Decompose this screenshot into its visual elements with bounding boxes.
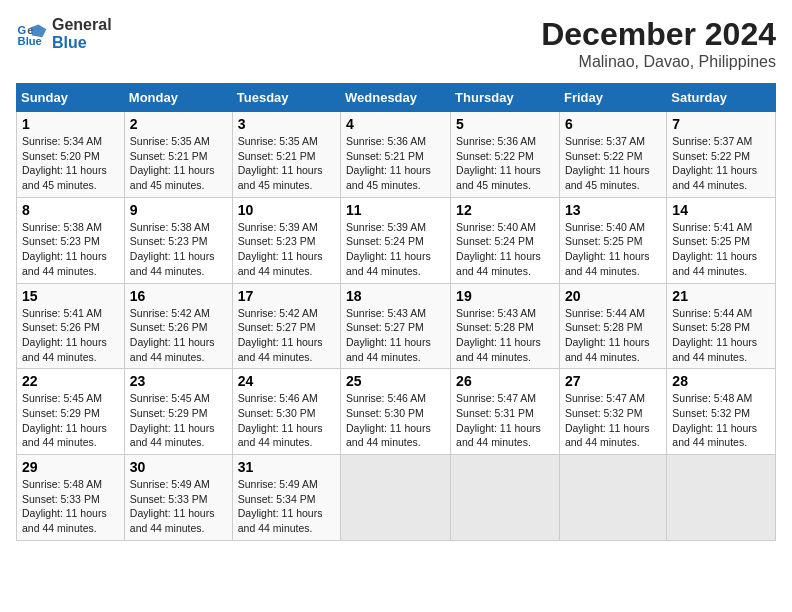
day-number: 1 (22, 116, 119, 132)
calendar-header-row: SundayMondayTuesdayWednesdayThursdayFrid… (17, 84, 776, 112)
day-number: 4 (346, 116, 445, 132)
calendar-week-row: 29 Sunrise: 5:48 AMSunset: 5:33 PMDaylig… (17, 455, 776, 541)
calendar-day-cell: 30 Sunrise: 5:49 AMSunset: 5:33 PMDaylig… (124, 455, 232, 541)
day-info: Sunrise: 5:43 AMSunset: 5:28 PMDaylight:… (456, 307, 541, 363)
day-number: 21 (672, 288, 770, 304)
day-number: 3 (238, 116, 335, 132)
calendar-day-cell: 21 Sunrise: 5:44 AMSunset: 5:28 PMDaylig… (667, 283, 776, 369)
day-number: 27 (565, 373, 661, 389)
day-info: Sunrise: 5:47 AMSunset: 5:32 PMDaylight:… (565, 392, 650, 448)
day-info: Sunrise: 5:44 AMSunset: 5:28 PMDaylight:… (565, 307, 650, 363)
day-info: Sunrise: 5:42 AMSunset: 5:27 PMDaylight:… (238, 307, 323, 363)
day-info: Sunrise: 5:35 AMSunset: 5:21 PMDaylight:… (238, 135, 323, 191)
day-number: 10 (238, 202, 335, 218)
day-info: Sunrise: 5:37 AMSunset: 5:22 PMDaylight:… (565, 135, 650, 191)
day-info: Sunrise: 5:36 AMSunset: 5:22 PMDaylight:… (456, 135, 541, 191)
day-info: Sunrise: 5:38 AMSunset: 5:23 PMDaylight:… (130, 221, 215, 277)
day-number: 25 (346, 373, 445, 389)
empty-cell (667, 455, 776, 541)
calendar-day-cell: 24 Sunrise: 5:46 AMSunset: 5:30 PMDaylig… (232, 369, 340, 455)
column-header-saturday: Saturday (667, 84, 776, 112)
calendar-week-row: 22 Sunrise: 5:45 AMSunset: 5:29 PMDaylig… (17, 369, 776, 455)
calendar-day-cell: 15 Sunrise: 5:41 AMSunset: 5:26 PMDaylig… (17, 283, 125, 369)
day-info: Sunrise: 5:39 AMSunset: 5:23 PMDaylight:… (238, 221, 323, 277)
svg-text:G: G (18, 24, 27, 36)
day-number: 26 (456, 373, 554, 389)
day-info: Sunrise: 5:44 AMSunset: 5:28 PMDaylight:… (672, 307, 757, 363)
calendar-day-cell: 3 Sunrise: 5:35 AMSunset: 5:21 PMDayligh… (232, 112, 340, 198)
day-info: Sunrise: 5:34 AMSunset: 5:20 PMDaylight:… (22, 135, 107, 191)
day-number: 9 (130, 202, 227, 218)
svg-text:Blue: Blue (18, 35, 42, 47)
day-number: 16 (130, 288, 227, 304)
calendar-day-cell: 10 Sunrise: 5:39 AMSunset: 5:23 PMDaylig… (232, 197, 340, 283)
column-header-monday: Monday (124, 84, 232, 112)
day-info: Sunrise: 5:49 AMSunset: 5:34 PMDaylight:… (238, 478, 323, 534)
day-number: 20 (565, 288, 661, 304)
empty-cell (341, 455, 451, 541)
day-number: 22 (22, 373, 119, 389)
calendar-day-cell: 1 Sunrise: 5:34 AMSunset: 5:20 PMDayligh… (17, 112, 125, 198)
calendar-body: 1 Sunrise: 5:34 AMSunset: 5:20 PMDayligh… (17, 112, 776, 541)
day-number: 23 (130, 373, 227, 389)
calendar-day-cell: 6 Sunrise: 5:37 AMSunset: 5:22 PMDayligh… (559, 112, 666, 198)
day-info: Sunrise: 5:48 AMSunset: 5:33 PMDaylight:… (22, 478, 107, 534)
day-number: 8 (22, 202, 119, 218)
title-block: December 2024 Malinao, Davao, Philippine… (541, 16, 776, 71)
column-header-thursday: Thursday (451, 84, 560, 112)
day-number: 18 (346, 288, 445, 304)
day-info: Sunrise: 5:35 AMSunset: 5:21 PMDaylight:… (130, 135, 215, 191)
column-header-sunday: Sunday (17, 84, 125, 112)
calendar-day-cell: 27 Sunrise: 5:47 AMSunset: 5:32 PMDaylig… (559, 369, 666, 455)
day-info: Sunrise: 5:46 AMSunset: 5:30 PMDaylight:… (346, 392, 431, 448)
day-number: 6 (565, 116, 661, 132)
day-info: Sunrise: 5:41 AMSunset: 5:25 PMDaylight:… (672, 221, 757, 277)
day-number: 12 (456, 202, 554, 218)
day-info: Sunrise: 5:45 AMSunset: 5:29 PMDaylight:… (22, 392, 107, 448)
calendar-day-cell: 28 Sunrise: 5:48 AMSunset: 5:32 PMDaylig… (667, 369, 776, 455)
day-number: 14 (672, 202, 770, 218)
calendar-day-cell: 5 Sunrise: 5:36 AMSunset: 5:22 PMDayligh… (451, 112, 560, 198)
calendar-day-cell: 18 Sunrise: 5:43 AMSunset: 5:27 PMDaylig… (341, 283, 451, 369)
calendar-day-cell: 7 Sunrise: 5:37 AMSunset: 5:22 PMDayligh… (667, 112, 776, 198)
day-number: 7 (672, 116, 770, 132)
day-number: 31 (238, 459, 335, 475)
day-info: Sunrise: 5:39 AMSunset: 5:24 PMDaylight:… (346, 221, 431, 277)
column-header-tuesday: Tuesday (232, 84, 340, 112)
calendar-day-cell: 25 Sunrise: 5:46 AMSunset: 5:30 PMDaylig… (341, 369, 451, 455)
day-number: 28 (672, 373, 770, 389)
logo-icon: G e Blue (16, 18, 48, 50)
column-header-friday: Friday (559, 84, 666, 112)
calendar-day-cell: 23 Sunrise: 5:45 AMSunset: 5:29 PMDaylig… (124, 369, 232, 455)
day-info: Sunrise: 5:41 AMSunset: 5:26 PMDaylight:… (22, 307, 107, 363)
calendar-day-cell: 13 Sunrise: 5:40 AMSunset: 5:25 PMDaylig… (559, 197, 666, 283)
calendar-day-cell: 20 Sunrise: 5:44 AMSunset: 5:28 PMDaylig… (559, 283, 666, 369)
calendar-day-cell: 14 Sunrise: 5:41 AMSunset: 5:25 PMDaylig… (667, 197, 776, 283)
calendar-day-cell: 11 Sunrise: 5:39 AMSunset: 5:24 PMDaylig… (341, 197, 451, 283)
day-number: 2 (130, 116, 227, 132)
month-title: December 2024 (541, 16, 776, 53)
day-info: Sunrise: 5:43 AMSunset: 5:27 PMDaylight:… (346, 307, 431, 363)
day-info: Sunrise: 5:47 AMSunset: 5:31 PMDaylight:… (456, 392, 541, 448)
calendar-day-cell: 12 Sunrise: 5:40 AMSunset: 5:24 PMDaylig… (451, 197, 560, 283)
calendar-day-cell: 22 Sunrise: 5:45 AMSunset: 5:29 PMDaylig… (17, 369, 125, 455)
day-info: Sunrise: 5:46 AMSunset: 5:30 PMDaylight:… (238, 392, 323, 448)
day-info: Sunrise: 5:49 AMSunset: 5:33 PMDaylight:… (130, 478, 215, 534)
day-info: Sunrise: 5:42 AMSunset: 5:26 PMDaylight:… (130, 307, 215, 363)
page-header: G e Blue General Blue December 2024 Mali… (16, 16, 776, 71)
calendar-week-row: 1 Sunrise: 5:34 AMSunset: 5:20 PMDayligh… (17, 112, 776, 198)
logo-text-general: General (52, 16, 112, 34)
calendar-day-cell: 31 Sunrise: 5:49 AMSunset: 5:34 PMDaylig… (232, 455, 340, 541)
day-info: Sunrise: 5:45 AMSunset: 5:29 PMDaylight:… (130, 392, 215, 448)
calendar-day-cell: 17 Sunrise: 5:42 AMSunset: 5:27 PMDaylig… (232, 283, 340, 369)
calendar-day-cell: 29 Sunrise: 5:48 AMSunset: 5:33 PMDaylig… (17, 455, 125, 541)
day-info: Sunrise: 5:48 AMSunset: 5:32 PMDaylight:… (672, 392, 757, 448)
day-info: Sunrise: 5:40 AMSunset: 5:24 PMDaylight:… (456, 221, 541, 277)
empty-cell (559, 455, 666, 541)
calendar-day-cell: 2 Sunrise: 5:35 AMSunset: 5:21 PMDayligh… (124, 112, 232, 198)
calendar-day-cell: 16 Sunrise: 5:42 AMSunset: 5:26 PMDaylig… (124, 283, 232, 369)
day-number: 5 (456, 116, 554, 132)
calendar-table: SundayMondayTuesdayWednesdayThursdayFrid… (16, 83, 776, 541)
day-number: 19 (456, 288, 554, 304)
calendar-day-cell: 8 Sunrise: 5:38 AMSunset: 5:23 PMDayligh… (17, 197, 125, 283)
